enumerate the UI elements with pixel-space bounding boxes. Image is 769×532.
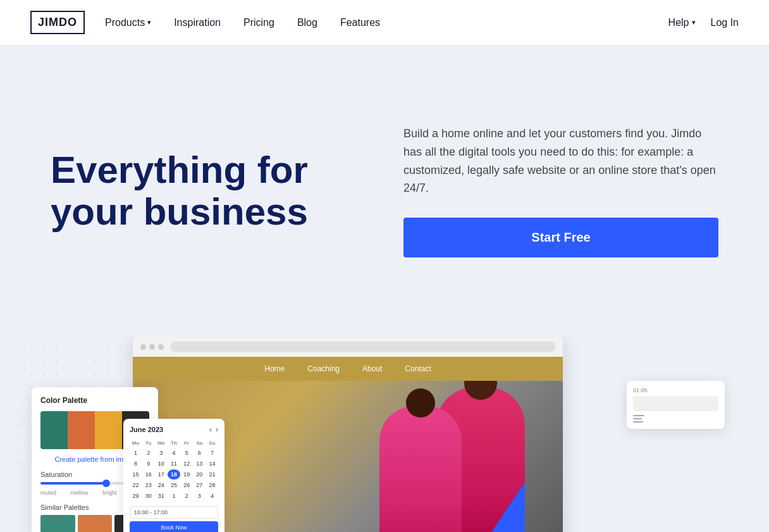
cal-day[interactable]: 3	[155, 448, 167, 458]
cal-day[interactable]: 20	[194, 469, 206, 479]
cal-day[interactable]: 12	[181, 459, 193, 469]
slider-fill	[40, 482, 106, 485]
cal-day[interactable]: 1	[168, 491, 180, 501]
swatch-teal	[40, 411, 68, 449]
swatch-orange	[68, 411, 95, 449]
cal-day[interactable]: 26	[181, 480, 193, 490]
palette-title: Color Palette	[40, 396, 149, 405]
calendar-panel: June 2023 ‹ › Mo Tu We Th Fr Sa Su 1 2 3…	[123, 419, 225, 532]
calendar-grid: Mo Tu We Th Fr Sa Su 1 2 3 4 5 6 7 8 9 1…	[130, 439, 218, 501]
cal-day[interactable]: 13	[194, 459, 206, 469]
swatch-yellow	[95, 411, 122, 449]
browser-toolbar	[133, 337, 563, 357]
prev-month-button[interactable]: ‹	[209, 425, 212, 434]
calendar-nav: ‹ ›	[209, 425, 218, 434]
site-nav-home[interactable]: Home	[264, 364, 285, 373]
book-now-button[interactable]: Book Now	[130, 521, 218, 532]
cal-day[interactable]: 14	[206, 459, 218, 469]
nav-item-blog[interactable]: Blog	[297, 17, 317, 28]
small-floating-panel: 01:05	[627, 381, 725, 429]
cal-day[interactable]: 17	[155, 469, 167, 479]
preview-section: Color Palette Create palette from image …	[0, 337, 769, 532]
cal-day[interactable]: 7	[206, 448, 218, 458]
chevron-down-icon: ▾	[147, 18, 151, 27]
cal-day[interactable]: 31	[155, 491, 167, 501]
hero-description: Build a home online and let your custome…	[403, 125, 718, 197]
cal-day[interactable]: 28	[206, 480, 218, 490]
hero-left: Everything for your business	[51, 149, 366, 233]
browser-dot-2	[149, 344, 155, 350]
browser-dot-1	[140, 344, 146, 350]
nav-item-pricing[interactable]: Pricing	[243, 17, 274, 28]
cal-day[interactable]: 21	[206, 469, 218, 479]
chevron-down-icon: ▾	[692, 18, 696, 27]
cal-day[interactable]: 22	[130, 480, 142, 490]
site-nav-about[interactable]: About	[362, 364, 382, 373]
cal-day[interactable]: 8	[130, 459, 142, 469]
nav-item-features[interactable]: Features	[340, 17, 380, 28]
cal-day-today[interactable]: 18	[168, 469, 180, 479]
hero-right: Build a home online and let your custome…	[403, 125, 718, 257]
cal-day[interactable]: 30	[142, 491, 154, 501]
browser-url-bar	[170, 342, 555, 352]
site-navigation: Home Coaching About Contact	[133, 357, 563, 381]
person-2-head	[406, 388, 435, 418]
logo[interactable]: JIMDO	[30, 11, 85, 34]
nav-right: Help ▾ Log In	[668, 17, 739, 28]
cal-day[interactable]: 2	[142, 448, 154, 458]
cal-day[interactable]: 3	[194, 491, 206, 501]
site-nav-contact[interactable]: Contact	[405, 364, 431, 373]
cal-day[interactable]: 2	[181, 491, 193, 501]
cal-day[interactable]: 4	[168, 448, 180, 458]
nav-left: Products ▾ Inspiration Pricing Blog Feat…	[105, 17, 380, 28]
cal-day[interactable]: 5	[181, 448, 193, 458]
calendar-month: June 2023	[130, 426, 163, 433]
panel-icon-lines	[633, 415, 718, 423]
person-1-head	[464, 381, 497, 400]
nav-item-help[interactable]: Help ▾	[668, 17, 696, 28]
nav-logo-wrapper[interactable]: JIMDO Products ▾ Inspiration Pricing Blo…	[30, 11, 380, 34]
similar-swatch-1	[40, 515, 75, 532]
cal-day[interactable]: 4	[206, 491, 218, 501]
hero-title: Everything for your business	[51, 149, 366, 233]
menu-line	[633, 415, 644, 416]
cal-day[interactable]: 11	[168, 459, 180, 469]
cal-day[interactable]: 24	[155, 480, 167, 490]
cal-day[interactable]: 6	[194, 448, 206, 458]
cal-day[interactable]: 10	[155, 459, 167, 469]
cal-day[interactable]: 16	[142, 469, 154, 479]
nav-item-products[interactable]: Products ▾	[105, 17, 151, 28]
cal-day[interactable]: 27	[194, 480, 206, 490]
nav-login-button[interactable]: Log In	[711, 17, 739, 28]
menu-line	[633, 421, 643, 423]
site-nav-coaching[interactable]: Coaching	[307, 364, 340, 373]
menu-line	[633, 418, 642, 419]
decoration-triangle	[474, 482, 525, 532]
cal-day[interactable]: 25	[168, 480, 180, 490]
similar-swatch-2	[78, 515, 113, 532]
cal-day[interactable]: 15	[130, 469, 142, 479]
slider-thumb[interactable]	[102, 479, 110, 487]
hero-section: Everything for your business Build a hom…	[0, 46, 769, 337]
cal-day[interactable]: 19	[181, 469, 193, 479]
cal-day[interactable]: 29	[130, 491, 142, 501]
time-slot: 16:00 - 17:00	[130, 506, 218, 519]
panel-timestamp: 01:05	[633, 387, 718, 393]
browser-dots	[140, 344, 164, 350]
start-free-button[interactable]: Start Free	[403, 218, 718, 257]
cal-day[interactable]: 1	[130, 448, 142, 458]
nav-item-inspiration[interactable]: Inspiration	[174, 17, 221, 28]
panel-field	[633, 396, 718, 411]
cal-day[interactable]: 23	[142, 480, 154, 490]
person-2	[379, 406, 462, 532]
calendar-header: June 2023 ‹ ›	[130, 425, 218, 434]
cal-day[interactable]: 9	[142, 459, 154, 469]
navbar: JIMDO Products ▾ Inspiration Pricing Blo…	[0, 0, 769, 46]
browser-dot-3	[158, 344, 164, 350]
next-month-button[interactable]: ›	[216, 425, 218, 434]
